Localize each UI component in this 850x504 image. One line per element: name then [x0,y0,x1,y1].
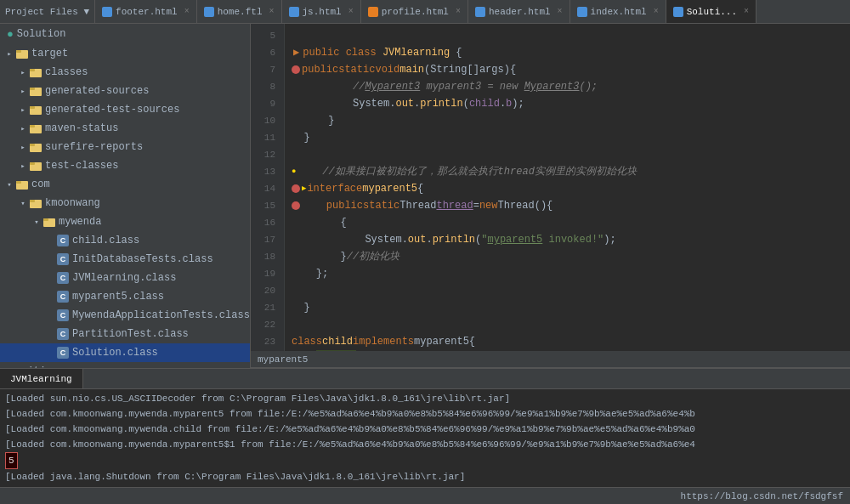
tree-item-childclass[interactable]: Cchild.class [0,231,250,250]
tab-footerhtml[interactable]: footer.html× [95,0,197,23]
tree-item-partitiontestclass[interactable]: CPartitionTest.class [0,325,250,343]
code-lines[interactable]: ▶ public class JVMlearning {public stati… [285,24,850,351]
code-line-15[interactable]: public static Thread thread = new Thread… [292,197,843,214]
svg-rect-5 [30,88,35,90]
project-files-button[interactable]: Project Files ▼ [0,0,95,23]
tree-item-generatedsources[interactable]: ▸generated-sources [0,82,250,100]
log-line-2: [Loaded com.kmoonwang.mywenda.child from… [5,422,845,437]
tab-close-icon[interactable]: × [348,7,354,16]
tree-item-solutionclass[interactable]: CSolution.class [0,343,250,362]
tab-profilehtml[interactable]: profile.html× [361,0,468,23]
tree-item-mavenstatus[interactable]: ▸maven-status [0,119,250,138]
class-file-icon: C [56,327,70,341]
code-line-19[interactable]: }; [292,265,843,282]
tree-item-kmoonwang[interactable]: ▾kmoonwang [0,194,250,212]
tree-item-jvmlearningclass[interactable]: CJVMlearning.class [0,269,250,287]
tree-arrow-icon: ▾ [31,218,42,227]
code-line-22[interactable] [292,316,843,333]
code-line-18[interactable]: }//初始化块 [292,248,843,265]
line-number-11: 11 [251,129,279,146]
tree-item-classes[interactable]: ▸classes [0,63,250,82]
sidebar: ● Solution ▸target▸classes▸generated-sou… [0,24,251,368]
code-line-24[interactable]: public static int b = 5; [292,350,843,351]
folder-icon [15,178,29,191]
code-line-8[interactable]: //Myparent3 myparent3 = new Myparent3(); [292,78,843,95]
tree-item-mywenda[interactable]: ▾mywenda [0,212,250,231]
folder-icon [15,47,29,60]
code-line-6[interactable]: ▶ public class JVMlearning { [292,44,843,61]
tree-item-initdatabasetestsclass[interactable]: CInitDatabaseTests.class [0,250,250,269]
tree-arrow-icon: ▸ [17,68,29,77]
tree-item-com[interactable]: ▾com [0,175,250,194]
folder-icon [29,103,42,116]
folder-icon [29,65,42,79]
code-line-20[interactable] [292,282,843,299]
sidebar-tree[interactable]: ▸target▸classes▸generated-sources▸genera… [0,44,250,368]
folder-icon [29,159,42,173]
highlighted-value: 5 [5,452,18,469]
tab-label: footer.html [116,7,178,17]
tab-file-icon [204,7,214,17]
code-line-7[interactable]: public static void main(String[] args){ [292,61,843,78]
tree-item-label: com [31,178,50,190]
bottom-content[interactable]: [Loaded sun.nio.cs.US_ASCIIDecoder from … [0,389,850,487]
code-line-16[interactable]: { [292,214,843,231]
tree-item-label: JVMlearning.class [72,272,176,284]
code-line-21[interactable]: } [292,299,843,316]
folder-icon [42,215,56,229]
line-number-6: 6 [251,44,279,61]
svg-rect-3 [30,69,35,71]
bottom-tab-jvmlearning[interactable]: JVMlearning [0,369,83,388]
tree-item-surefirereports[interactable]: ▸surefire-reports [0,138,250,156]
log-line-1: [Loaded com.kmoonwang.mywenda.myparent5 … [5,406,845,422]
code-line-17[interactable]: System.out.println("myparent5 invoked!")… [292,231,843,248]
tab-soluti[interactable]: Soluti...× [666,0,756,23]
class-file-icon: C [56,290,70,303]
main-area: ● Solution ▸target▸classes▸generated-sou… [0,24,850,368]
code-line-5[interactable] [292,27,843,44]
line-number-15: 15 [251,197,279,214]
tab-close-icon[interactable]: × [558,7,563,16]
line-number-14: 14 [251,180,279,197]
tab-label: profile.html [382,7,449,17]
log-line-0: [Loaded sun.nio.cs.US_ASCIIDecoder from … [5,391,845,406]
tab-close-icon[interactable]: × [744,7,749,16]
tree-item-target[interactable]: ▸target [0,44,250,63]
line-number-23: 23 [251,333,279,350]
tab-close-icon[interactable]: × [456,7,461,16]
code-line-9[interactable]: System.out.println(child.b); [292,95,843,112]
code-line-13[interactable]: ● //如果接口被初始化了，那么就会执行thread实例里的实例初始化块 [292,163,843,180]
line-number-22: 22 [251,316,279,333]
tab-label: home.ftl [218,7,263,17]
tree-item-gitignore[interactable]: .gitignore [0,362,250,368]
line-number-5: 5 [251,27,279,44]
code-line-14[interactable]: ▶interface myparent5{ [292,180,843,197]
tree-arrow-icon: ▸ [17,124,29,133]
code-line-11[interactable]: } [292,129,843,146]
tab-indexhtml[interactable]: index.html× [570,0,666,23]
tab-homeftl[interactable]: home.ftl× [197,0,282,23]
bottom-tabs: JVMlearning [0,369,850,389]
tab-close-icon[interactable]: × [184,7,190,16]
code-line-23[interactable]: class child implements myparent5{ [292,333,843,350]
tab-file-icon [368,7,378,17]
class-file-icon: C [56,346,70,360]
class-file-icon: C [56,271,70,285]
line-number-20: 20 [251,282,279,299]
code-line-12[interactable] [292,146,843,163]
tree-item-generatedtestsources[interactable]: ▸generated-test-sources [0,100,250,119]
tab-close-icon[interactable]: × [654,7,659,16]
tree-item-mywendaapplicationtestsclass[interactable]: CMywendaApplicationTests.class [0,306,250,325]
log-line-3: [Loaded com.kmoonwang.mywenda.myparent5$… [5,437,845,452]
tree-item-label: test-classes [45,160,118,172]
tree-item-myparent5class[interactable]: Cmyparent5.class [0,287,250,306]
tab-label: js.html [303,7,342,17]
tree-arrow-icon: ▸ [17,161,29,171]
code-line-10[interactable]: } [292,112,843,129]
tab-close-icon[interactable]: × [269,7,274,16]
tree-arrow-icon: ▸ [17,105,29,115]
status-bar: https://blog.csdn.net/fsdgfsf [0,487,850,504]
tab-headerhtml[interactable]: header.html× [468,0,570,23]
tab-jshtml[interactable]: js.html× [282,0,361,23]
tree-item-testclasses[interactable]: ▸test-classes [0,156,250,175]
